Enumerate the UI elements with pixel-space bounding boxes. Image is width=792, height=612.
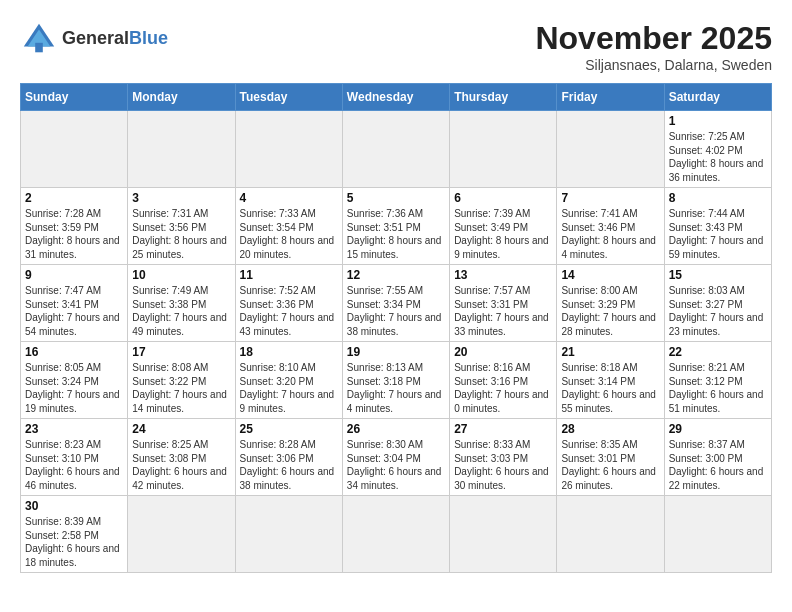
- table-row: [664, 496, 771, 573]
- day-number: 30: [25, 499, 123, 513]
- day-info: Sunrise: 7:33 AM Sunset: 3:54 PM Dayligh…: [240, 207, 338, 261]
- table-row: 4Sunrise: 7:33 AM Sunset: 3:54 PM Daylig…: [235, 188, 342, 265]
- day-info: Sunrise: 8:28 AM Sunset: 3:06 PM Dayligh…: [240, 438, 338, 492]
- calendar-row: 2Sunrise: 7:28 AM Sunset: 3:59 PM Daylig…: [21, 188, 772, 265]
- day-info: Sunrise: 7:31 AM Sunset: 3:56 PM Dayligh…: [132, 207, 230, 261]
- table-row: 16Sunrise: 8:05 AM Sunset: 3:24 PM Dayli…: [21, 342, 128, 419]
- table-row: 5Sunrise: 7:36 AM Sunset: 3:51 PM Daylig…: [342, 188, 449, 265]
- table-row: [342, 111, 449, 188]
- day-number: 9: [25, 268, 123, 282]
- table-row: 12Sunrise: 7:55 AM Sunset: 3:34 PM Dayli…: [342, 265, 449, 342]
- day-info: Sunrise: 7:36 AM Sunset: 3:51 PM Dayligh…: [347, 207, 445, 261]
- header: GeneralBlue November 2025 Siljansnaes, D…: [20, 20, 772, 73]
- day-info: Sunrise: 7:57 AM Sunset: 3:31 PM Dayligh…: [454, 284, 552, 338]
- table-row: 26Sunrise: 8:30 AM Sunset: 3:04 PM Dayli…: [342, 419, 449, 496]
- header-saturday: Saturday: [664, 84, 771, 111]
- table-row: [235, 496, 342, 573]
- header-thursday: Thursday: [450, 84, 557, 111]
- table-row: 9Sunrise: 7:47 AM Sunset: 3:41 PM Daylig…: [21, 265, 128, 342]
- table-row: 20Sunrise: 8:16 AM Sunset: 3:16 PM Dayli…: [450, 342, 557, 419]
- table-row: 28Sunrise: 8:35 AM Sunset: 3:01 PM Dayli…: [557, 419, 664, 496]
- table-row: 22Sunrise: 8:21 AM Sunset: 3:12 PM Dayli…: [664, 342, 771, 419]
- table-row: 29Sunrise: 8:37 AM Sunset: 3:00 PM Dayli…: [664, 419, 771, 496]
- header-sunday: Sunday: [21, 84, 128, 111]
- day-info: Sunrise: 7:52 AM Sunset: 3:36 PM Dayligh…: [240, 284, 338, 338]
- table-row: 17Sunrise: 8:08 AM Sunset: 3:22 PM Dayli…: [128, 342, 235, 419]
- table-row: 6Sunrise: 7:39 AM Sunset: 3:49 PM Daylig…: [450, 188, 557, 265]
- day-number: 25: [240, 422, 338, 436]
- table-row: 3Sunrise: 7:31 AM Sunset: 3:56 PM Daylig…: [128, 188, 235, 265]
- table-row: 15Sunrise: 8:03 AM Sunset: 3:27 PM Dayli…: [664, 265, 771, 342]
- day-info: Sunrise: 7:28 AM Sunset: 3:59 PM Dayligh…: [25, 207, 123, 261]
- table-row: [128, 496, 235, 573]
- day-number: 27: [454, 422, 552, 436]
- title-block: November 2025 Siljansnaes, Dalarna, Swed…: [535, 20, 772, 73]
- day-number: 15: [669, 268, 767, 282]
- table-row: 19Sunrise: 8:13 AM Sunset: 3:18 PM Dayli…: [342, 342, 449, 419]
- day-number: 3: [132, 191, 230, 205]
- day-info: Sunrise: 7:49 AM Sunset: 3:38 PM Dayligh…: [132, 284, 230, 338]
- day-info: Sunrise: 8:21 AM Sunset: 3:12 PM Dayligh…: [669, 361, 767, 415]
- table-row: 1Sunrise: 7:25 AM Sunset: 4:02 PM Daylig…: [664, 111, 771, 188]
- page: GeneralBlue November 2025 Siljansnaes, D…: [0, 0, 792, 583]
- table-row: 14Sunrise: 8:00 AM Sunset: 3:29 PM Dayli…: [557, 265, 664, 342]
- table-row: [128, 111, 235, 188]
- logo-icon: [20, 20, 58, 58]
- day-number: 21: [561, 345, 659, 359]
- day-number: 13: [454, 268, 552, 282]
- table-row: 24Sunrise: 8:25 AM Sunset: 3:08 PM Dayli…: [128, 419, 235, 496]
- day-number: 7: [561, 191, 659, 205]
- day-number: 18: [240, 345, 338, 359]
- day-number: 20: [454, 345, 552, 359]
- day-number: 26: [347, 422, 445, 436]
- calendar-row: 30Sunrise: 8:39 AM Sunset: 2:58 PM Dayli…: [21, 496, 772, 573]
- calendar: Sunday Monday Tuesday Wednesday Thursday…: [20, 83, 772, 573]
- month-year: November 2025: [535, 20, 772, 57]
- day-number: 14: [561, 268, 659, 282]
- table-row: [450, 111, 557, 188]
- day-info: Sunrise: 8:33 AM Sunset: 3:03 PM Dayligh…: [454, 438, 552, 492]
- table-row: 11Sunrise: 7:52 AM Sunset: 3:36 PM Dayli…: [235, 265, 342, 342]
- day-info: Sunrise: 7:55 AM Sunset: 3:34 PM Dayligh…: [347, 284, 445, 338]
- day-number: 29: [669, 422, 767, 436]
- calendar-row: 23Sunrise: 8:23 AM Sunset: 3:10 PM Dayli…: [21, 419, 772, 496]
- table-row: 23Sunrise: 8:23 AM Sunset: 3:10 PM Dayli…: [21, 419, 128, 496]
- table-row: 8Sunrise: 7:44 AM Sunset: 3:43 PM Daylig…: [664, 188, 771, 265]
- header-tuesday: Tuesday: [235, 84, 342, 111]
- table-row: 21Sunrise: 8:18 AM Sunset: 3:14 PM Dayli…: [557, 342, 664, 419]
- day-info: Sunrise: 8:16 AM Sunset: 3:16 PM Dayligh…: [454, 361, 552, 415]
- day-number: 1: [669, 114, 767, 128]
- day-info: Sunrise: 8:30 AM Sunset: 3:04 PM Dayligh…: [347, 438, 445, 492]
- table-row: [342, 496, 449, 573]
- day-info: Sunrise: 7:25 AM Sunset: 4:02 PM Dayligh…: [669, 130, 767, 184]
- logo: GeneralBlue: [20, 20, 168, 58]
- header-friday: Friday: [557, 84, 664, 111]
- calendar-row: 1Sunrise: 7:25 AM Sunset: 4:02 PM Daylig…: [21, 111, 772, 188]
- header-monday: Monday: [128, 84, 235, 111]
- day-info: Sunrise: 7:47 AM Sunset: 3:41 PM Dayligh…: [25, 284, 123, 338]
- table-row: [450, 496, 557, 573]
- table-row: [235, 111, 342, 188]
- day-number: 8: [669, 191, 767, 205]
- calendar-row: 9Sunrise: 7:47 AM Sunset: 3:41 PM Daylig…: [21, 265, 772, 342]
- day-number: 23: [25, 422, 123, 436]
- day-number: 5: [347, 191, 445, 205]
- logo-blue: Blue: [129, 28, 168, 48]
- table-row: 30Sunrise: 8:39 AM Sunset: 2:58 PM Dayli…: [21, 496, 128, 573]
- day-number: 12: [347, 268, 445, 282]
- day-info: Sunrise: 7:44 AM Sunset: 3:43 PM Dayligh…: [669, 207, 767, 261]
- day-info: Sunrise: 8:18 AM Sunset: 3:14 PM Dayligh…: [561, 361, 659, 415]
- logo-text: GeneralBlue: [62, 29, 168, 49]
- table-row: 25Sunrise: 8:28 AM Sunset: 3:06 PM Dayli…: [235, 419, 342, 496]
- day-info: Sunrise: 7:41 AM Sunset: 3:46 PM Dayligh…: [561, 207, 659, 261]
- day-info: Sunrise: 8:08 AM Sunset: 3:22 PM Dayligh…: [132, 361, 230, 415]
- table-row: [557, 496, 664, 573]
- table-row: 7Sunrise: 7:41 AM Sunset: 3:46 PM Daylig…: [557, 188, 664, 265]
- table-row: 27Sunrise: 8:33 AM Sunset: 3:03 PM Dayli…: [450, 419, 557, 496]
- table-row: 2Sunrise: 7:28 AM Sunset: 3:59 PM Daylig…: [21, 188, 128, 265]
- weekday-header-row: Sunday Monday Tuesday Wednesday Thursday…: [21, 84, 772, 111]
- day-info: Sunrise: 8:03 AM Sunset: 3:27 PM Dayligh…: [669, 284, 767, 338]
- day-number: 4: [240, 191, 338, 205]
- location: Siljansnaes, Dalarna, Sweden: [535, 57, 772, 73]
- day-number: 16: [25, 345, 123, 359]
